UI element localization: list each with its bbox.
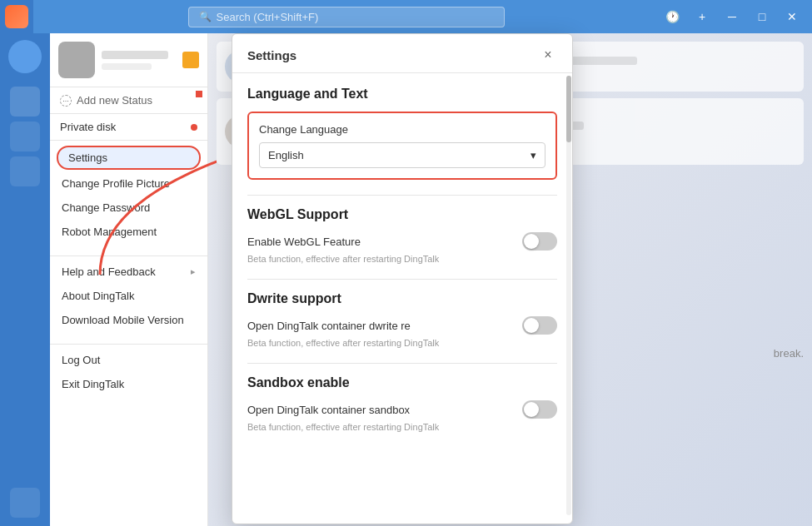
- menu-item-robot-management[interactable]: Robot Management: [50, 220, 207, 244]
- sidebar-avatar[interactable]: [8, 40, 42, 73]
- divider-2: [50, 344, 207, 345]
- menu-item-change-password[interactable]: Change Password: [50, 196, 207, 220]
- sandbox-section-title: Sandbox enable: [247, 375, 557, 390]
- menu-separator-1: [50, 244, 207, 252]
- add-button[interactable]: +: [689, 3, 715, 30]
- minimize-button[interactable]: ─: [719, 3, 745, 30]
- private-disk-dot: [191, 124, 197, 131]
- sidebar-icon-2[interactable]: [10, 122, 40, 151]
- menu-item-download-mobile[interactable]: Download Mobile Version: [50, 308, 207, 332]
- private-disk-label: Private disk: [60, 121, 116, 133]
- app-logo[interactable]: [0, 0, 33, 33]
- search-icon: 🔍: [199, 11, 212, 22]
- menu-item-help-label: Help and Feedback: [62, 265, 156, 278]
- user-area: [50, 33, 207, 87]
- user-badge: [182, 52, 199, 68]
- window-controls: 🕐 + ─ □ ✕: [659, 3, 812, 30]
- language-section-title: Language and Text: [247, 87, 557, 102]
- left-panel: ··· Add new Status Private disk Settings…: [50, 33, 208, 526]
- webgl-feature-desc: Beta function, effective after restartin…: [247, 254, 557, 264]
- add-status-area[interactable]: ··· Add new Status: [50, 87, 207, 114]
- dwrite-feature-desc: Beta function, effective after restartin…: [247, 338, 557, 348]
- language-chevron-icon: ▾: [531, 149, 536, 161]
- modal-title: Settings: [247, 48, 296, 62]
- modal-body[interactable]: Language and Text Change Language Englis…: [232, 73, 572, 524]
- language-value: English: [268, 149, 304, 161]
- sidebar-icon-more[interactable]: [10, 488, 40, 518]
- sandbox-feature-desc: Beta function, effective after restartin…: [247, 422, 557, 432]
- user-name-bar: [102, 51, 168, 59]
- modal-scrollbar[interactable]: [566, 76, 571, 515]
- change-language-label: Change Language: [259, 123, 545, 136]
- menu-item-logout[interactable]: Log Out: [50, 348, 207, 372]
- divider-1: [50, 256, 207, 256]
- sandbox-feature-row: Open DingTalk container sandbox: [247, 400, 557, 419]
- sandbox-section: Sandbox enable Open DingTalk container s…: [247, 375, 557, 432]
- maximize-button[interactable]: □: [749, 3, 775, 30]
- user-avatar[interactable]: [58, 42, 95, 78]
- status-icon: ···: [60, 95, 72, 107]
- menu-item-exit[interactable]: Exit DingTalk: [50, 372, 207, 396]
- user-sub-bar: [102, 63, 152, 70]
- close-window-button[interactable]: ✕: [779, 3, 805, 30]
- chevron-right-icon: ▸: [191, 266, 196, 277]
- modal-scrollbar-thumb: [566, 76, 571, 142]
- webgl-toggle[interactable]: [522, 232, 557, 251]
- sandbox-feature-label: Open DingTalk container sandbox: [247, 404, 410, 416]
- sidebar: [0, 33, 50, 526]
- section-divider-3: [247, 363, 557, 364]
- modal-close-button[interactable]: ×: [539, 46, 557, 64]
- language-select[interactable]: English ▾: [259, 142, 545, 168]
- menu-item-about[interactable]: About DingTalk: [50, 284, 207, 308]
- context-menu: Settings Change Profile Picture Change P…: [50, 141, 207, 526]
- menu-item-logout-label: Log Out: [62, 354, 100, 366]
- dwrite-section: Dwrite support Open DingTalk container d…: [247, 291, 557, 348]
- search-placeholder: Search (Ctrl+Shift+F): [217, 11, 319, 23]
- titlebar-search-area: 🔍 Search (Ctrl+Shift+F): [33, 7, 659, 27]
- notification-dot: [196, 91, 202, 97]
- sidebar-icon-1[interactable]: [10, 87, 40, 117]
- menu-item-change-profile-label: Change Profile Picture: [62, 177, 170, 190]
- menu-item-download-label: Download Mobile Version: [62, 314, 184, 326]
- webgl-feature-row: Enable WebGL Feature: [247, 232, 557, 251]
- titlebar: 🔍 Search (Ctrl+Shift+F) 🕐 + ─ □ ✕: [0, 0, 812, 33]
- dwrite-toggle[interactable]: [522, 316, 557, 335]
- menu-item-change-profile[interactable]: Change Profile Picture: [50, 171, 207, 196]
- dwrite-feature-row: Open DingTalk container dwrite re: [247, 316, 557, 335]
- settings-modal: Settings × Language and Text Change Lang…: [232, 33, 573, 524]
- dwrite-feature-label: Open DingTalk container dwrite re: [247, 320, 411, 332]
- webgl-section: WebGL Support Enable WebGL Feature Beta …: [247, 207, 557, 264]
- menu-item-help-feedback[interactable]: Help and Feedback ▸: [50, 260, 207, 284]
- sidebar-icon-3[interactable]: [10, 156, 40, 186]
- dwrite-section-title: Dwrite support: [247, 291, 557, 306]
- private-disk-item[interactable]: Private disk: [50, 114, 207, 141]
- language-section-box: Change Language English ▾: [247, 112, 557, 180]
- history-button[interactable]: 🕐: [659, 3, 685, 30]
- section-divider-2: [247, 279, 557, 280]
- break-text: break.: [774, 347, 804, 360]
- section-divider-1: [247, 195, 557, 196]
- menu-separator-2: [50, 332, 207, 340]
- menu-item-change-password-label: Change Password: [62, 201, 150, 214]
- menu-item-exit-label: Exit DingTalk: [62, 378, 124, 390]
- sandbox-toggle[interactable]: [522, 400, 557, 419]
- menu-item-robot-label: Robot Management: [62, 226, 157, 238]
- webgl-section-title: WebGL Support: [247, 207, 557, 222]
- search-box[interactable]: 🔍 Search (Ctrl+Shift+F): [188, 7, 505, 27]
- modal-header: Settings ×: [232, 34, 572, 73]
- menu-item-about-label: About DingTalk: [62, 290, 134, 302]
- logo-image: [5, 5, 28, 28]
- webgl-feature-label: Enable WebGL Feature: [247, 236, 361, 248]
- menu-item-settings-label: Settings: [68, 151, 107, 164]
- menu-item-settings[interactable]: Settings: [57, 146, 201, 170]
- user-info: [102, 51, 176, 70]
- add-status-label: Add new Status: [77, 94, 152, 107]
